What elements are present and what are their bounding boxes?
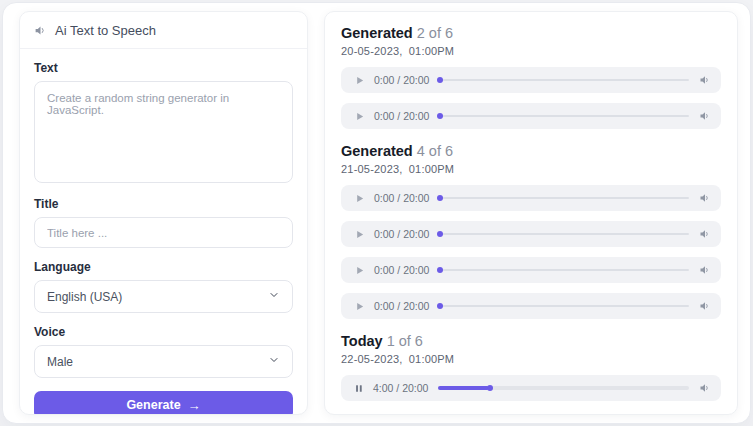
player-row[interactable]: 0:00 / 20:00 (341, 257, 721, 283)
panel-header: Ai Text to Speech (20, 12, 307, 49)
volume-icon[interactable] (699, 382, 711, 394)
progress-handle[interactable] (437, 77, 443, 83)
audio-section: Generated 4 of 621-05-2023, 01:00PM0:00 … (341, 143, 721, 319)
language-label: Language (34, 260, 293, 274)
sections-root: Generated 2 of 620-05-2023, 01:00PM0:00 … (341, 25, 721, 401)
track-line (439, 233, 689, 235)
section-count: 1 of 6 (383, 333, 423, 349)
volume-icon[interactable] (699, 192, 711, 204)
player-row[interactable]: 0:00 / 20:00 (341, 185, 721, 211)
text-input[interactable] (34, 81, 293, 183)
audio-section: Generated 2 of 620-05-2023, 01:00PM0:00 … (341, 25, 721, 129)
progress-track[interactable] (439, 229, 689, 239)
chevron-down-icon (268, 289, 280, 304)
section-title: Generated 2 of 6 (341, 25, 721, 41)
generated-audio-card: Generated 2 of 620-05-2023, 01:00PM0:00 … (324, 11, 738, 415)
volume-icon[interactable] (699, 300, 711, 312)
player-time: 0:00 / 20:00 (374, 110, 429, 122)
player-time: 0:00 / 20:00 (374, 192, 429, 204)
player-row[interactable]: 4:00 / 20:00 (341, 375, 721, 401)
section-title: Generated 4 of 6 (341, 143, 721, 159)
arrow-right-icon: → (188, 398, 201, 413)
language-select[interactable]: English (USA) (34, 280, 293, 313)
play-button[interactable] (354, 229, 365, 240)
track-line (439, 305, 689, 307)
volume-icon[interactable] (699, 264, 711, 276)
progress-handle[interactable] (437, 231, 443, 237)
volume-icon[interactable] (699, 74, 711, 86)
play-button[interactable] (354, 193, 365, 204)
section-date: 20-05-2023, 01:00PM (341, 45, 721, 57)
voice-select[interactable]: Male (34, 345, 293, 378)
progress-handle[interactable] (437, 303, 443, 309)
track-line (439, 197, 689, 199)
play-button[interactable] (354, 75, 365, 86)
player-row[interactable]: 0:00 / 20:00 (341, 293, 721, 319)
progress-track[interactable] (439, 265, 689, 275)
language-value: English (USA) (47, 290, 122, 304)
progress-fill (438, 386, 488, 390)
speaker-icon (34, 24, 47, 37)
player-time: 0:00 / 20:00 (374, 74, 429, 86)
panel-title: Ai Text to Speech (55, 23, 156, 38)
generate-label: Generate (126, 398, 180, 412)
play-button[interactable] (354, 301, 365, 312)
voice-value: Male (47, 355, 73, 369)
progress-track[interactable] (439, 111, 689, 121)
section-count: 4 of 6 (413, 143, 453, 159)
form-body: Text Title Language English (USA) Voice … (20, 49, 307, 415)
progress-handle[interactable] (487, 385, 493, 391)
track-line (439, 269, 689, 271)
text-label: Text (34, 61, 293, 75)
voice-label: Voice (34, 325, 293, 339)
progress-track[interactable] (439, 301, 689, 311)
tts-form-card: Ai Text to Speech Text Title Language En… (19, 11, 308, 415)
chevron-down-icon (268, 354, 280, 369)
progress-track[interactable] (438, 383, 689, 393)
progress-track[interactable] (439, 75, 689, 85)
title-input[interactable] (34, 217, 293, 248)
player-row[interactable]: 0:00 / 20:00 (341, 221, 721, 247)
track-line (439, 115, 689, 117)
play-button[interactable] (354, 265, 365, 276)
progress-track[interactable] (439, 193, 689, 203)
progress-handle[interactable] (437, 267, 443, 273)
section-title-text: Generated (341, 143, 413, 159)
player-time: 0:00 / 20:00 (374, 228, 429, 240)
progress-handle[interactable] (437, 113, 443, 119)
track-line (439, 79, 689, 81)
play-button[interactable] (354, 111, 365, 122)
section-date: 22-05-2023, 01:00PM (341, 353, 721, 365)
section-date: 21-05-2023, 01:00PM (341, 163, 721, 175)
pause-button[interactable] (354, 383, 364, 394)
title-label: Title (34, 197, 293, 211)
app-window: Ai Text to Speech Text Title Language En… (2, 2, 751, 424)
volume-icon[interactable] (699, 228, 711, 240)
player-time: 0:00 / 20:00 (374, 264, 429, 276)
audio-section: Today 1 of 622-05-2023, 01:00PM4:00 / 20… (341, 333, 721, 401)
player-time: 4:00 / 20:00 (373, 382, 428, 394)
section-title: Today 1 of 6 (341, 333, 721, 349)
progress-handle[interactable] (437, 195, 443, 201)
volume-icon[interactable] (699, 110, 711, 122)
section-title-text: Generated (341, 25, 413, 41)
player-row[interactable]: 0:00 / 20:00 (341, 103, 721, 129)
player-row[interactable]: 0:00 / 20:00 (341, 67, 721, 93)
section-count: 2 of 6 (413, 25, 453, 41)
player-time: 0:00 / 20:00 (374, 300, 429, 312)
generate-button[interactable]: Generate → (34, 391, 293, 415)
section-title-text: Today (341, 333, 383, 349)
